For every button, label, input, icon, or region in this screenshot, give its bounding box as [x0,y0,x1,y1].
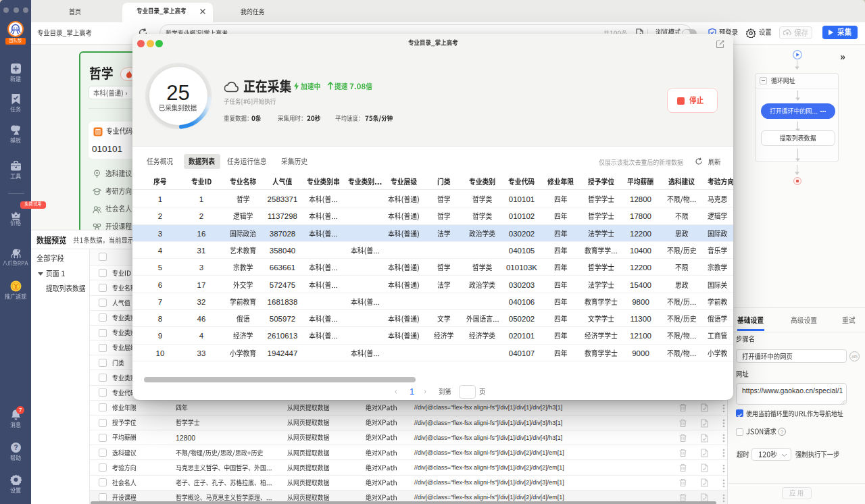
svg-text:?: ? [781,429,783,435]
svg-text:?: ? [14,444,18,451]
svg-text:APi: APi [851,355,858,359]
